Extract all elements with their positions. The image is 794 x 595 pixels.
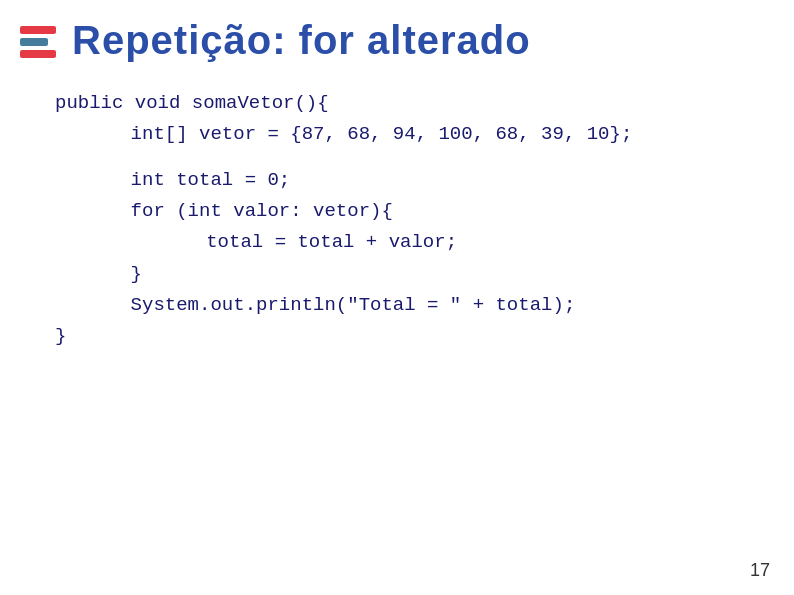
code-line-7: }	[55, 259, 754, 290]
code-line-1: public void somaVetor(){	[55, 88, 754, 119]
code-line-9: }	[55, 321, 754, 352]
code-line-6: total = total + valor;	[55, 227, 754, 258]
slide: Repetição: for alterado public void soma…	[0, 0, 794, 595]
code-line-5: for (int valor: vetor){	[55, 196, 754, 227]
code-block: public void somaVetor(){ int[] vetor = {…	[55, 88, 754, 353]
code-line-4: int total = 0;	[55, 165, 754, 196]
code-line-8: System.out.println("Total = " + total);	[55, 290, 754, 321]
code-line-2: int[] vetor = {87, 68, 94, 100, 68, 39, …	[55, 119, 754, 150]
page-number: 17	[750, 560, 770, 581]
slide-title: Repetição: for alterado	[72, 18, 531, 63]
logo-bar-2	[20, 38, 48, 46]
logo-bar-1	[20, 26, 56, 34]
header: Repetição: for alterado	[0, 0, 794, 73]
code-content: public void somaVetor(){ int[] vetor = {…	[0, 73, 794, 363]
logo-bar-3	[20, 50, 56, 58]
spacer-1	[55, 151, 754, 165]
logo-icon	[20, 26, 56, 58]
